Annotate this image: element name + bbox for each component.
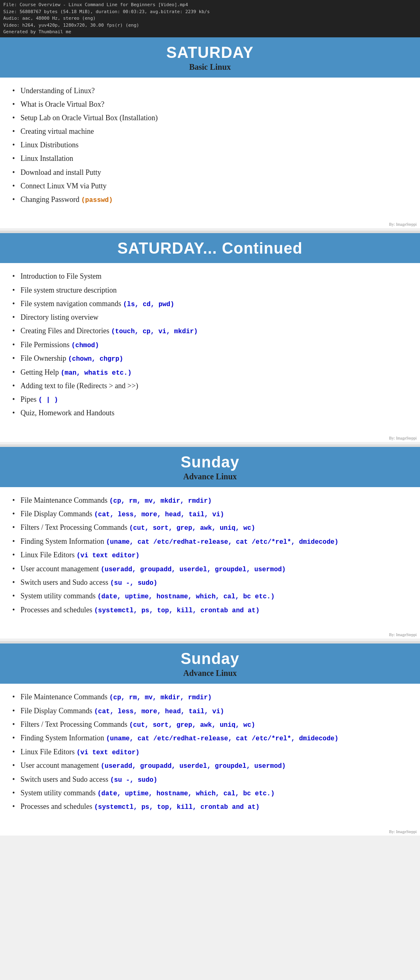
list-item-cmd: (passwd) (81, 197, 113, 204)
list-item-text: Switch users and Sudo access (21, 578, 108, 586)
list-item-text: File Permissions (21, 341, 70, 349)
list-item-text: File Display Commands (21, 707, 92, 715)
section-saturday-continued: SATURDAY... ContinuedIntroduction to Fil… (0, 233, 420, 442)
section-body-saturday-continued: Introduction to File SystemFile system s… (0, 263, 420, 434)
list-item-cmd: (date, uptime, hostname, which, cal, bc … (98, 790, 275, 797)
list-item-text: Connect Linux VM via Putty (21, 182, 107, 190)
list-item-cmd: (cut, sort, grep, awk, uniq, wc) (129, 721, 255, 729)
list-item-cmd: (cp, rm, mv, mkdir, rmdir) (109, 694, 212, 701)
list-item-cmd: (date, uptime, hostname, which, cal, bc … (98, 593, 275, 600)
list-item: Switch users and Sudo access (su -, sudo… (12, 774, 408, 785)
watermark: By: ImageSteppi (0, 631, 420, 639)
list-item-text: Changing Password (21, 195, 80, 204)
list-item: File system structure description (12, 285, 408, 295)
section-header-saturday: SATURDAYBasic Linux (0, 37, 420, 78)
list-item-text: Directory listing overview (21, 313, 98, 321)
list-item-text: User account management (21, 761, 99, 769)
section-title-sunday1: Sunday (4, 453, 416, 471)
list-item-cmd: (cat, less, more, head, tail, vi) (94, 708, 224, 715)
list-item-text: Linux File Editors (21, 748, 75, 756)
list-item-cmd: ( | ) (39, 396, 58, 404)
list-item-text: Getting Help (21, 368, 59, 376)
list-item-cmd: (useradd, groupadd, userdel, groupdel, u… (100, 762, 285, 770)
list-item: System utility commands (date, uptime, h… (12, 788, 408, 798)
section-subtitle-saturday: Basic Linux (4, 62, 416, 72)
section-sunday1: SundayAdvance LinuxFile Maintenance Comm… (0, 447, 420, 639)
section-body-sunday1: File Maintenance Commands (cp, rm, mv, m… (0, 487, 420, 631)
list-item: File Ownership (chown, chgrp) (12, 353, 408, 364)
list-item: Processes and schedules (systemctl, ps, … (12, 801, 408, 812)
list-item-text: File system navigation commands (21, 300, 121, 308)
list-item: Adding text to file (Redirects > and >>) (12, 381, 408, 391)
section-list-sunday1: File Maintenance Commands (cp, rm, mv, m… (12, 495, 408, 616)
list-item: Setup Lab on Oracle Virtual Box (Install… (12, 113, 408, 123)
list-item: Linux File Editors (vi text editor) (12, 747, 408, 757)
section-title-saturday-continued: SATURDAY... Continued (4, 240, 416, 257)
file-info-line4: Video: h264, yuv420p, 1280x720, 30.00 fp… (3, 22, 417, 29)
list-item-cmd: (su -, sudo) (110, 776, 157, 784)
section-header-saturday-continued: SATURDAY... Continued (0, 233, 420, 263)
file-info-line2: Size: 56808767 bytes (54.18 MiB), durati… (3, 9, 417, 16)
list-item-cmd: (ls, cd, pwd) (123, 301, 174, 308)
list-item: File Display Commands (cat, less, more, … (12, 706, 408, 716)
list-item-text: Filters / Text Processing Commands (21, 720, 127, 728)
section-header-sunday2: SundayAdvance Linux (0, 643, 420, 684)
list-item: File Maintenance Commands (cp, rm, mv, m… (12, 692, 408, 702)
list-item-text: File system structure description (21, 286, 116, 294)
list-item: File Display Commands (cat, less, more, … (12, 509, 408, 519)
list-item: File Maintenance Commands (cp, rm, mv, m… (12, 495, 408, 506)
list-item: File Permissions (chmod) (12, 340, 408, 350)
list-item: Connect Linux VM via Putty (12, 181, 408, 191)
list-item-cmd: (cp, rm, mv, mkdir, rmdir) (109, 497, 212, 505)
section-subtitle-sunday2: Advance Linux (4, 669, 416, 678)
list-item-text: Filters / Text Processing Commands (21, 523, 127, 531)
list-item: Filters / Text Processing Commands (cut,… (12, 719, 408, 730)
list-item-text: User account management (21, 565, 99, 573)
file-info-line1: File: Course Overview - Linux Command Li… (3, 2, 417, 9)
list-item: Filters / Text Processing Commands (cut,… (12, 522, 408, 533)
section-saturday: SATURDAYBasic LinuxUnderstanding of Linu… (0, 37, 420, 229)
list-item-text: Adding text to file (Redirects > and >>) (21, 382, 138, 390)
list-item-cmd: (vi text editor) (77, 552, 140, 559)
list-item: Getting Help (man, whatis etc.) (12, 367, 408, 378)
list-item: Creating virtual machine (12, 126, 408, 137)
list-item-text: Setup Lab on Oracle Virtual Box (Install… (21, 114, 158, 122)
list-item-text: Understanding of Linux? (21, 87, 95, 95)
list-item: Switch users and Sudo access (su -, sudo… (12, 577, 408, 588)
list-item: Processes and schedules (systemctl, ps, … (12, 605, 408, 615)
list-item: Linux File Editors (vi text editor) (12, 550, 408, 560)
list-item-text: Introduction to File System (21, 272, 102, 280)
list-item-cmd: (cut, sort, grep, awk, uniq, wc) (129, 524, 255, 532)
list-item: File system navigation commands (ls, cd,… (12, 299, 408, 309)
list-item: System utility commands (date, uptime, h… (12, 591, 408, 601)
list-item-cmd: (vi text editor) (77, 749, 140, 756)
list-item: User account management (useradd, groupa… (12, 760, 408, 771)
list-item: What is Oracle Virtual Box? (12, 99, 408, 110)
file-info-line5: Generated by Thumbnail me (3, 29, 417, 36)
section-list-saturday-continued: Introduction to File SystemFile system s… (12, 271, 408, 418)
list-item: Introduction to File System (12, 271, 408, 282)
list-item-text: System utility commands (21, 789, 96, 797)
list-item-cmd: (touch, cp, vi, mkdir) (111, 328, 198, 335)
list-item-cmd: (uname, cat /etc/redhat-release, cat /et… (106, 538, 339, 546)
section-sunday2: SundayAdvance LinuxFile Maintenance Comm… (0, 643, 420, 836)
section-body-saturday: Understanding of Linux?What is Oracle Vi… (0, 78, 420, 221)
list-item-text: Linux Installation (21, 154, 73, 163)
list-item-cmd: (systemctl, ps, top, kill, crontab and a… (94, 804, 259, 811)
list-item: Linux Distributions (12, 140, 408, 150)
list-item-text: Finding System Information (21, 734, 104, 742)
list-item-text: Finding System Information (21, 537, 104, 545)
file-info-bar: File: Course Overview - Linux Command Li… (0, 0, 420, 37)
list-item: Directory listing overview (12, 312, 408, 323)
list-item-cmd: (systemctl, ps, top, kill, crontab and a… (94, 607, 259, 614)
list-item-cmd: (useradd, groupadd, userdel, groupdel, u… (100, 566, 285, 573)
list-item: Understanding of Linux? (12, 86, 408, 96)
list-item-text: Linux Distributions (21, 141, 79, 149)
list-item-text: Pipes (21, 395, 37, 403)
watermark: By: ImageSteppi (0, 828, 420, 836)
list-item: User account management (useradd, groupa… (12, 564, 408, 574)
list-item-text: Processes and schedules (21, 802, 92, 811)
list-item-cmd: (cat, less, more, head, tail, vi) (94, 511, 224, 518)
list-item: Finding System Information (uname, cat /… (12, 733, 408, 743)
watermark: By: ImageSteppi (0, 434, 420, 442)
